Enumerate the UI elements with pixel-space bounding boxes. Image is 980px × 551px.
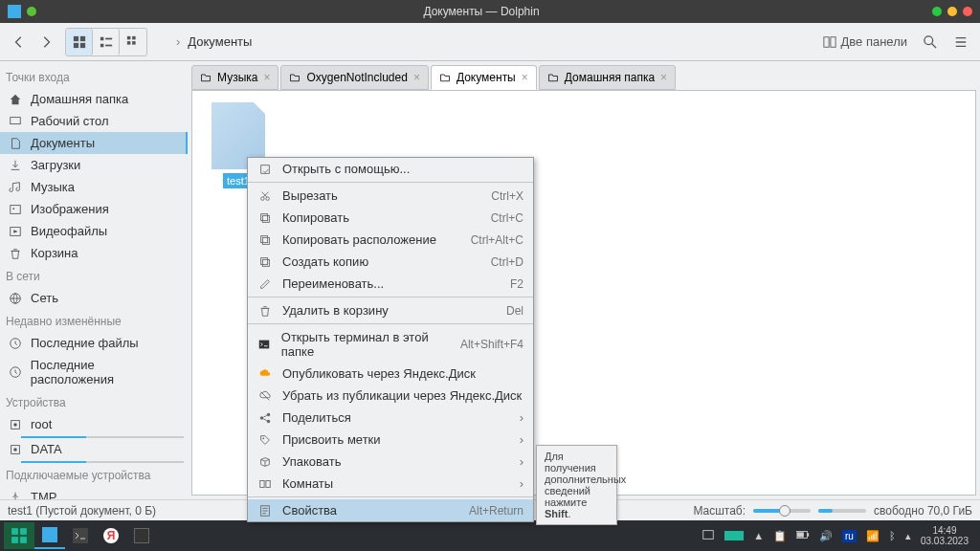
svg-rect-12 bbox=[824, 36, 829, 47]
chevron-right-icon: › bbox=[176, 34, 180, 49]
svg-rect-4 bbox=[100, 36, 103, 40]
sidebar-item[interactable]: DATA bbox=[0, 438, 188, 463]
context-menu-item[interactable]: Переименовать...F2 bbox=[248, 273, 533, 295]
back-button[interactable] bbox=[6, 29, 33, 55]
tray-show-desktop-icon[interactable] bbox=[702, 528, 715, 543]
sidebar-item[interactable]: Документы bbox=[0, 132, 188, 154]
shortcut-label: F2 bbox=[510, 277, 523, 291]
menu-item-label: Убрать из публикации через Яндекс.Диск bbox=[282, 388, 522, 403]
tab-close-icon[interactable]: × bbox=[413, 71, 420, 84]
context-menu-item[interactable]: Комнаты› bbox=[248, 473, 533, 495]
forward-button[interactable] bbox=[33, 29, 59, 55]
tray-clock[interactable]: 14:4903.03.2023 bbox=[921, 525, 969, 546]
context-menu-item[interactable]: Удалить в корзинуDel bbox=[248, 299, 533, 321]
context-menu-item[interactable]: Упаковать› bbox=[248, 451, 533, 473]
svg-rect-11 bbox=[132, 41, 136, 45]
cut-icon bbox=[257, 189, 273, 203]
tray-expand-icon[interactable]: ▴ bbox=[905, 530, 911, 542]
tab[interactable]: OxygenNotIncluded× bbox=[280, 65, 428, 90]
sidebar-item[interactable]: Последние файлы bbox=[0, 332, 188, 354]
minimize-button[interactable] bbox=[932, 7, 942, 16]
context-menu-item[interactable]: Открыть терминал в этой папкеAlt+Shift+F… bbox=[248, 326, 533, 363]
tray-activity-icon[interactable] bbox=[724, 531, 744, 540]
task-terminal[interactable] bbox=[65, 522, 96, 549]
task-yandex[interactable]: Я bbox=[96, 522, 126, 549]
usb-icon bbox=[8, 491, 23, 500]
split-panels-button[interactable]: Две панели bbox=[817, 29, 913, 55]
tray-battery-icon[interactable] bbox=[796, 530, 810, 541]
chevron-right-icon: › bbox=[520, 410, 523, 425]
menu-item-label: Свойства bbox=[282, 503, 337, 518]
context-menu-item[interactable]: Присвоить метки› bbox=[248, 429, 533, 451]
context-menu-item[interactable]: КопироватьCtrl+C bbox=[248, 207, 533, 229]
tray-update-icon[interactable]: ▲ bbox=[753, 530, 764, 541]
sidebar-item[interactable]: Рабочий стол bbox=[0, 110, 188, 132]
tab[interactable]: Музыка× bbox=[191, 65, 278, 90]
breadcrumb[interactable]: › Документы bbox=[176, 34, 252, 49]
context-menu-item[interactable]: Убрать из публикации через Яндекс.Диск bbox=[248, 385, 533, 407]
cloud-off-icon bbox=[257, 389, 273, 403]
sidebar-item-label: Корзина bbox=[31, 246, 78, 260]
svg-rect-13 bbox=[831, 36, 835, 47]
context-menu-item[interactable]: Поделиться› bbox=[248, 407, 533, 429]
sidebar-item[interactable]: Видеофайлы bbox=[0, 220, 188, 242]
start-menu-button[interactable] bbox=[4, 522, 34, 549]
zoom-slider[interactable] bbox=[753, 509, 811, 513]
menu-item-label: Опубликовать через Яндекс.Диск bbox=[282, 366, 476, 381]
svg-rect-6 bbox=[100, 43, 103, 47]
context-menu: Открыть с помощью...ВырезатьCtrl+XКопиро… bbox=[247, 157, 534, 522]
tab[interactable]: Документы× bbox=[431, 65, 537, 90]
terminal-icon bbox=[257, 338, 272, 351]
shortcut-label: Del bbox=[506, 304, 523, 318]
context-menu-item[interactable]: СвойстваAlt+Return bbox=[248, 499, 533, 521]
tray-wifi-icon[interactable]: 📶 bbox=[866, 530, 880, 542]
compact-view-button[interactable] bbox=[93, 29, 120, 55]
context-menu-item[interactable]: Создать копиюCtrl+D bbox=[248, 251, 533, 273]
sidebar-item[interactable]: Последние расположения bbox=[0, 354, 188, 390]
context-menu-item[interactable]: ВырезатьCtrl+X bbox=[248, 185, 533, 207]
activity-icon bbox=[257, 477, 273, 491]
icon-view-button[interactable] bbox=[66, 29, 93, 55]
context-menu-item[interactable]: Опубликовать через Яндекс.Диск bbox=[248, 363, 533, 385]
chevron-right-icon: › bbox=[520, 476, 523, 491]
close-button[interactable] bbox=[963, 7, 972, 16]
tab-close-icon[interactable]: × bbox=[522, 71, 528, 84]
svg-rect-9 bbox=[132, 35, 136, 39]
tab-close-icon[interactable]: × bbox=[660, 71, 667, 84]
sidebar-item[interactable]: Изображения bbox=[0, 198, 188, 220]
titlebar: Документы — Dolphin bbox=[0, 0, 980, 23]
task-unknown[interactable] bbox=[126, 522, 157, 549]
svg-rect-10 bbox=[127, 41, 131, 45]
sidebar-item[interactable]: Сеть bbox=[0, 287, 188, 309]
tray-locale[interactable]: ru bbox=[842, 530, 857, 542]
trash-icon bbox=[257, 304, 273, 318]
details-view-button[interactable] bbox=[120, 29, 146, 55]
context-menu-item[interactable]: Открыть с помощью... bbox=[248, 158, 533, 180]
tray-volume-icon[interactable]: 🔊 bbox=[819, 530, 833, 542]
maximize-button[interactable] bbox=[947, 7, 957, 16]
toolbar: › Документы Две панели bbox=[0, 23, 980, 61]
menu-button[interactable] bbox=[947, 29, 974, 55]
tab-close-icon[interactable]: × bbox=[263, 71, 270, 84]
tray-bluetooth-icon[interactable]: ᛒ bbox=[889, 530, 896, 541]
sidebar-item[interactable]: root bbox=[0, 413, 188, 438]
sidebar-item[interactable]: Музыка bbox=[0, 176, 188, 198]
svg-rect-49 bbox=[807, 533, 809, 537]
task-dolphin[interactable] bbox=[34, 522, 65, 549]
sidebar-item[interactable]: Корзина bbox=[0, 242, 188, 264]
menu-item-label: Открыть с помощью... bbox=[282, 162, 410, 176]
tray-clipboard-icon[interactable]: 📋 bbox=[773, 530, 787, 542]
video-icon bbox=[8, 225, 23, 238]
share-icon bbox=[257, 411, 273, 425]
tab[interactable]: Домашняя папка× bbox=[539, 65, 676, 90]
context-menu-item[interactable]: Копировать расположениеCtrl+Alt+C bbox=[248, 229, 533, 251]
sidebar-item[interactable]: Загрузки bbox=[0, 154, 188, 176]
sidebar-item[interactable]: TMP bbox=[0, 486, 188, 499]
search-button[interactable] bbox=[917, 29, 944, 55]
sidebar-item-label: Рабочий стол bbox=[31, 114, 109, 128]
svg-rect-5 bbox=[105, 37, 112, 39]
sidebar-item[interactable]: Домашняя папка bbox=[0, 88, 188, 110]
svg-rect-31 bbox=[262, 237, 269, 244]
menu-item-label: Копировать bbox=[282, 210, 349, 225]
free-space-text: свободно 70,0 ГиБ bbox=[874, 504, 972, 518]
